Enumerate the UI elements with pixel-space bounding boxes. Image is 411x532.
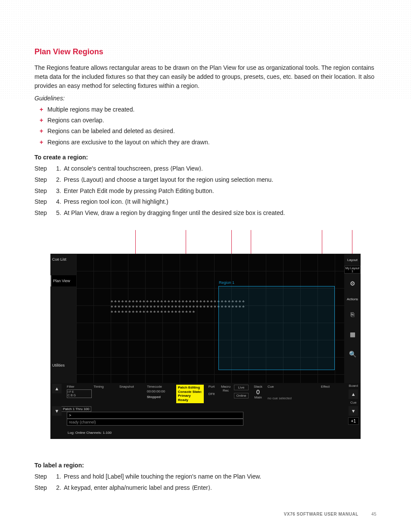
online-indicator[interactable]: Online xyxy=(234,393,249,398)
label-steps: Step1.Press and hold [Label] while touch… xyxy=(34,471,377,494)
guidelines-list: Multiple regions may be created. Regions… xyxy=(34,104,377,148)
patch-line: Primary xyxy=(178,394,202,398)
effect-label: Effect xyxy=(321,385,338,389)
region-box[interactable]: Region 1 xyxy=(218,286,335,370)
port-label: Port xyxy=(206,385,218,389)
status-bar: Board Cue +1 Filter I F E C B G Timing S… xyxy=(50,383,361,439)
region-label: Region 1 xyxy=(219,280,234,285)
log-line: Log: Online Channels: 1-100 xyxy=(50,430,361,436)
create-region-heading: To create a region: xyxy=(34,154,377,161)
step-number: 2. xyxy=(52,174,61,186)
step-label: Step xyxy=(34,471,52,482)
step-label: Step xyxy=(34,163,52,174)
console-screenshot: Cue List Plan View Utilities ♣♣♣♣♣♣♣♣♣♣♣… xyxy=(50,230,361,415)
timecode-label: Timecode xyxy=(147,385,174,389)
live-indicator[interactable]: Live xyxy=(234,385,249,390)
timecode-value: 00:00:00:00 xyxy=(147,389,174,393)
step-number: 1. xyxy=(52,163,61,174)
intro-paragraph: The Regions feature allows rectangular a… xyxy=(34,63,377,90)
step-number: 5. xyxy=(52,208,61,219)
step-text: At keypad, enter alpha/numeric label and… xyxy=(64,484,212,491)
step-number: 1. xyxy=(52,471,61,482)
left-sidebar: Cue List Plan View Utilities xyxy=(50,254,76,383)
command-ready: ready (channel) xyxy=(67,419,243,426)
create-steps: Step1.At console's central touchscreen, … xyxy=(34,163,377,219)
list-item: Regions can overlap. xyxy=(47,115,377,126)
patch-line: Patch Editing xyxy=(178,386,202,390)
list-item: Multiple regions may be created. xyxy=(47,104,377,115)
hist-label: Hist Patch 1 Thru 100 xyxy=(50,407,361,411)
search-icon: 🔍 xyxy=(349,351,356,358)
step-text: Press region tool icon. (It will highlig… xyxy=(64,198,168,205)
patch-line: Console State: xyxy=(178,390,202,394)
stack-value: 0 xyxy=(250,389,266,395)
step-number: 4. xyxy=(52,196,61,208)
guidelines-label: Guidelines: xyxy=(34,95,377,102)
step-text: Press ⟨Layout⟩ and choose a target layou… xyxy=(64,176,273,183)
step-number: 2. xyxy=(52,482,61,494)
list-item: Regions are exclusive to the layout on w… xyxy=(47,137,377,148)
patch-line: Ready xyxy=(178,398,202,402)
stack-sub: Main xyxy=(250,395,266,399)
cue-label: Cue xyxy=(268,385,319,389)
add-page-icon: ⎘ xyxy=(351,311,354,318)
search-button[interactable]: 🔍 xyxy=(344,344,361,364)
page-number: 45 xyxy=(371,512,377,516)
add-fixture-button[interactable]: ⎘ xyxy=(344,305,361,324)
manual-title: VX76 SOFTWARE USER MANUAL xyxy=(284,512,358,516)
plus-one-button[interactable]: +1 xyxy=(348,417,359,425)
region-tool-button[interactable]: ▦ xyxy=(344,324,361,344)
step-text: Enter Patch Edit mode by pressing Patch … xyxy=(64,187,214,194)
settings-button[interactable]: ⚙ xyxy=(344,274,361,293)
nav-down-button[interactable] xyxy=(52,406,62,416)
tab-cue-list[interactable]: Cue List xyxy=(50,254,76,265)
cue-sub: no cue selected xyxy=(268,396,319,400)
page-footer: VX76 SOFTWARE USER MANUAL 45 xyxy=(0,512,411,516)
board-down-button[interactable] xyxy=(349,406,358,416)
list-item: Regions can be labeled and deleted as de… xyxy=(47,126,377,137)
layout-label: Layout xyxy=(344,254,361,266)
command-prompt: > xyxy=(67,412,243,419)
step-label: Step xyxy=(34,174,52,186)
step-text: At console's central touchscreen, press … xyxy=(64,165,203,172)
step-label: Step xyxy=(34,482,52,494)
plan-view-canvas[interactable]: ♣♣♣♣♣♣♣♣♣♣♣♣♣♣♣♣♣♣♣♣♣♣♣♣♣♣♣♣♣♣♣♣♣♣♣♣♣♣ ♣… xyxy=(76,254,344,383)
right-sidebar: Layout My Layout 1 ⚙ Actions ⎘ ▦ 🔍 xyxy=(344,254,361,383)
stack-label: Stack xyxy=(250,385,266,389)
filter-grid[interactable]: I F E C B G xyxy=(67,389,92,398)
section-title: Plan View Regions xyxy=(34,47,377,56)
gear-icon: ⚙ xyxy=(350,280,355,287)
step-label: Step xyxy=(34,196,52,208)
step-label: Step xyxy=(34,186,52,197)
tab-plan-view[interactable]: Plan View xyxy=(50,275,76,286)
dflt-label: DFlt xyxy=(206,392,218,396)
label-region-heading: To label a region: xyxy=(34,462,377,469)
macro-label: Macro Rec xyxy=(219,385,232,392)
layout-select[interactable]: My Layout 1 xyxy=(344,266,361,274)
patch-editing-indicator: Patch Editing Console State: Primary Rea… xyxy=(176,385,204,403)
filter-label: Filter xyxy=(67,385,92,389)
actions-label: Actions xyxy=(344,293,361,305)
step-text: Press and hold [Label] while touching th… xyxy=(64,473,262,480)
timecode-state: Stopped xyxy=(147,395,174,399)
timing-label: Timing xyxy=(93,385,118,389)
region-tool-icon: ▦ xyxy=(350,331,355,338)
snapshot-label: Snapshot xyxy=(119,385,145,389)
step-number: 3. xyxy=(52,186,61,197)
command-line[interactable]: > ready (channel) xyxy=(67,412,358,429)
step-text: At Plan View, draw a region by dragging … xyxy=(64,209,285,216)
tab-utilities[interactable]: Utilities xyxy=(50,360,76,371)
step-label: Step xyxy=(34,208,52,219)
